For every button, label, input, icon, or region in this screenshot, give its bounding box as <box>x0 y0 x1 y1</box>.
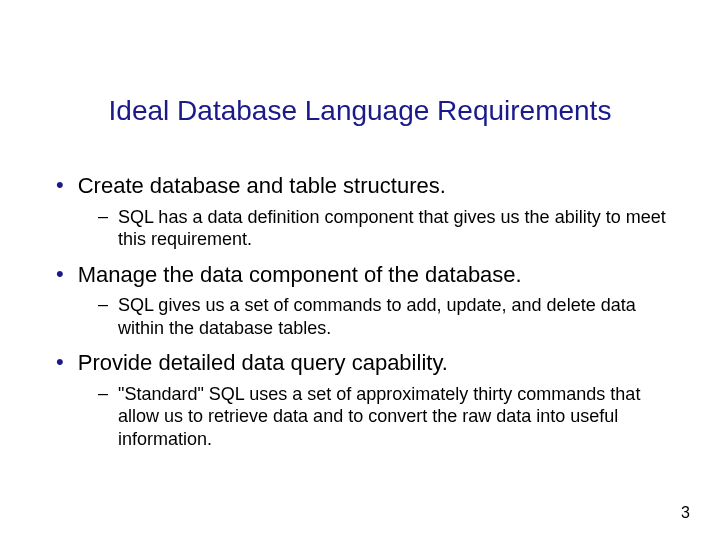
sub-text: SQL gives us a set of commands to add, u… <box>118 294 670 339</box>
bullet-main-row: • Create database and table structures. <box>56 172 670 200</box>
bullet-item: • Provide detailed data query capability… <box>56 349 670 450</box>
bullet-text: Create database and table structures. <box>78 172 446 200</box>
dash-icon: – <box>98 383 108 404</box>
sub-list: – "Standard" SQL uses a set of approxima… <box>56 383 670 451</box>
dash-icon: – <box>98 294 108 315</box>
bullet-text: Manage the data component of the databas… <box>78 261 522 289</box>
bullet-list: • Create database and table structures. … <box>50 172 670 450</box>
bullet-item: • Create database and table structures. … <box>56 172 670 251</box>
sub-item: – "Standard" SQL uses a set of approxima… <box>98 383 670 451</box>
sub-text: SQL has a data definition component that… <box>118 206 670 251</box>
bullet-dot-icon: • <box>56 349 64 375</box>
bullet-item: • Manage the data component of the datab… <box>56 261 670 340</box>
slide-content: Ideal Database Language Requirements • C… <box>0 0 720 480</box>
sub-list: – SQL gives us a set of commands to add,… <box>56 294 670 339</box>
bullet-main-row: • Provide detailed data query capability… <box>56 349 670 377</box>
page-number: 3 <box>681 504 690 522</box>
sub-text: "Standard" SQL uses a set of approximate… <box>118 383 670 451</box>
bullet-main-row: • Manage the data component of the datab… <box>56 261 670 289</box>
sub-list: – SQL has a data definition component th… <box>56 206 670 251</box>
bullet-dot-icon: • <box>56 172 64 198</box>
sub-item: – SQL gives us a set of commands to add,… <box>98 294 670 339</box>
sub-item: – SQL has a data definition component th… <box>98 206 670 251</box>
bullet-text: Provide detailed data query capability. <box>78 349 448 377</box>
dash-icon: – <box>98 206 108 227</box>
slide-title: Ideal Database Language Requirements <box>50 95 670 127</box>
bullet-dot-icon: • <box>56 261 64 287</box>
